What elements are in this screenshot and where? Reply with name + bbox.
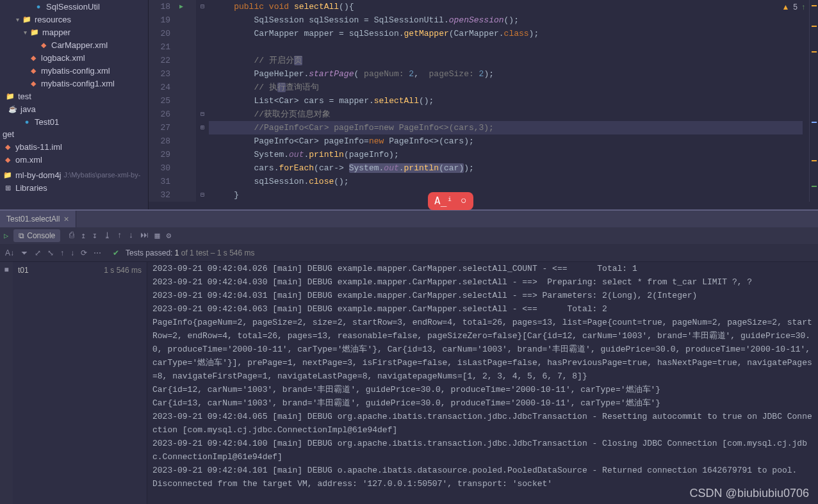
- code-line[interactable]: CarMapper mapper = sqlSession.getMapper(…: [209, 27, 803, 40]
- run-gutter[interactable]: ▶: [179, 0, 196, 202]
- fold-gutter[interactable]: ⊟⊟⊞⊟: [196, 0, 209, 202]
- run-tab[interactable]: Test01.selectAll ×: [0, 211, 76, 227]
- code-line[interactable]: sqlSession.close();: [209, 175, 803, 188]
- settings-icon[interactable]: ⚙: [166, 231, 171, 241]
- console-output[interactable]: 2023-09-21 09:42:04.026 [main] DEBUG exa…: [147, 262, 818, 504]
- rerun-icon[interactable]: ▷: [4, 231, 8, 241]
- line-number-gutter[interactable]: 181920212223242526272829303132: [149, 0, 179, 202]
- up-icon[interactable]: ↥: [81, 231, 86, 241]
- code-line[interactable]: }: [209, 188, 803, 202]
- tree-item[interactable]: ⊞Libraries: [0, 181, 148, 194]
- line-number[interactable]: 28: [152, 134, 170, 148]
- code-line[interactable]: //获取分页信息对象: [209, 108, 803, 121]
- chevron-down-icon[interactable]: ▾: [22, 29, 28, 36]
- down-icon[interactable]: ↧: [92, 231, 97, 241]
- error-stripe[interactable]: [809, 0, 818, 202]
- close-icon[interactable]: ×: [63, 214, 69, 224]
- xml-file-icon: ◆: [28, 78, 38, 88]
- code-content[interactable]: public void selectAll(){ SqlSession sqlS…: [209, 0, 809, 202]
- tree-item[interactable]: ▾📁mapper: [0, 26, 148, 38]
- code-line[interactable]: PageInfo<Car> pageInfo=new PageInfo<>(ca…: [209, 134, 803, 148]
- expand-icon[interactable]: ⤢: [35, 248, 41, 257]
- code-line[interactable]: //PageInfo<Car> pageInfo=new PageInfo<>(…: [209, 121, 803, 134]
- tree-item[interactable]: ◆mybatis-config1.xml: [0, 77, 148, 90]
- tree-item[interactable]: ☕java: [0, 102, 148, 115]
- tree-item[interactable]: ●Test01: [0, 115, 148, 128]
- more-icon[interactable]: ⋯: [94, 248, 101, 257]
- tree-item[interactable]: ◆om.xml: [0, 153, 148, 166]
- project-sidebar[interactable]: ●SqlSessionUtil▾📁resources▾📁mapper◆CarMa…: [0, 0, 149, 209]
- fold-icon[interactable]: ⊞: [196, 121, 209, 134]
- code-line[interactable]: PageHelper.startPage( pageNum: 2, pageSi…: [209, 67, 803, 81]
- xml-file-icon: ◆: [3, 154, 13, 165]
- line-number[interactable]: 19: [152, 13, 170, 27]
- tree-item[interactable]: ▾📁resources: [0, 13, 148, 26]
- line-number[interactable]: 23: [152, 67, 170, 81]
- tree-item-label: om.xml: [15, 155, 42, 165]
- console-line: Disconnected from the target VM, address…: [152, 477, 813, 491]
- line-number[interactable]: 31: [152, 175, 170, 188]
- class-icon: ●: [33, 1, 44, 12]
- console-line: PageInfo{pageNum=2, pageSize=2, size=2, …: [152, 316, 813, 383]
- stop-icon[interactable]: ■: [4, 266, 8, 275]
- tree-item-label: get: [3, 129, 14, 139]
- code-line[interactable]: List<Car> cars = mapper.selectAll();: [209, 94, 803, 108]
- export-icon[interactable]: ⎙: [69, 231, 74, 241]
- fold-icon[interactable]: ⊟: [196, 108, 209, 121]
- tree-item-label: java: [20, 104, 36, 114]
- tree-item[interactable]: get: [0, 128, 148, 140]
- line-number[interactable]: 18: [152, 0, 170, 13]
- prev-icon[interactable]: ↑: [117, 231, 122, 241]
- search-icon[interactable]: ○: [461, 195, 467, 207]
- fold-icon[interactable]: ⊟: [196, 188, 209, 202]
- line-number[interactable]: 25: [152, 94, 170, 108]
- history-icon[interactable]: ⟳: [81, 248, 87, 257]
- line-number[interactable]: 22: [152, 54, 170, 67]
- line-number[interactable]: 27: [152, 121, 170, 134]
- line-number[interactable]: 21: [152, 40, 170, 54]
- line-number[interactable]: 24: [152, 81, 170, 94]
- prev-failed-icon[interactable]: ↑: [60, 248, 64, 257]
- console-tab[interactable]: ⧉ Console: [13, 229, 60, 242]
- collapse-icon[interactable]: ⤡: [47, 248, 54, 257]
- line-number[interactable]: 26: [152, 108, 170, 121]
- sort-icon[interactable]: A↓: [5, 248, 14, 257]
- ocr-icon[interactable]: A̲ⁱ: [434, 195, 453, 207]
- gutter-run-icon[interactable]: ▶: [179, 0, 196, 13]
- test-tree-row[interactable]: t01 1 s 546 ms: [17, 264, 143, 276]
- test-tree[interactable]: t01 1 s 546 ms: [13, 262, 147, 504]
- line-number[interactable]: 20: [152, 27, 170, 40]
- code-editor[interactable]: ▲ 5 ↑ ↓ 181920212223242526272829303132 ▶…: [149, 0, 818, 209]
- next-icon[interactable]: ↓: [129, 231, 134, 241]
- fold-icon[interactable]: ⊟: [196, 0, 209, 13]
- tree-item[interactable]: ●SqlSessionUtil: [0, 0, 148, 13]
- line-number[interactable]: 29: [152, 148, 170, 161]
- test-tree-label: t01: [18, 266, 29, 275]
- code-line[interactable]: [209, 40, 803, 54]
- tree-item-label: Libraries: [15, 183, 47, 193]
- tree-item[interactable]: ◆mybatis-config.xml: [0, 64, 148, 77]
- fast-icon[interactable]: ⏭: [140, 231, 149, 241]
- code-line[interactable]: // 执行查询语句: [209, 81, 803, 94]
- screenshot-tool-overlay[interactable]: A̲ⁱ ○: [428, 192, 473, 210]
- tree-item[interactable]: ◆ybatis-11.iml: [0, 140, 148, 153]
- tree-item[interactable]: 📁test: [0, 90, 148, 102]
- line-number[interactable]: 30: [152, 161, 170, 175]
- tree-item[interactable]: ◆logback.xml: [0, 51, 148, 64]
- layout-icon[interactable]: ▦: [155, 231, 160, 241]
- code-line[interactable]: SqlSession sqlSession = SqlSessionUtil.o…: [209, 13, 803, 27]
- console-line: 2023-09-21 09:42:04.026 [main] DEBUG exa…: [152, 262, 813, 275]
- import-icon[interactable]: ⤓: [104, 231, 111, 241]
- filter-icon[interactable]: ⏷: [20, 248, 28, 257]
- next-failed-icon[interactable]: ↓: [70, 248, 74, 257]
- tree-item[interactable]: ◆CarMapper.xml: [0, 38, 148, 51]
- line-number[interactable]: 32: [152, 188, 170, 202]
- code-line[interactable]: public void selectAll(){: [209, 0, 803, 13]
- test-tree-time: 1 s 546 ms: [104, 266, 142, 275]
- code-line[interactable]: // 开启分页: [209, 54, 803, 67]
- console-icon: ⧉: [19, 231, 24, 240]
- code-line[interactable]: cars.forEach(car-> System.out.println(ca…: [209, 161, 803, 175]
- chevron-down-icon[interactable]: ▾: [14, 16, 20, 23]
- code-line[interactable]: System.out.println(pageInfo);: [209, 148, 803, 161]
- tree-item[interactable]: 📁ml-by-dom4jJ:\Mybatis\parse-xml-by-: [0, 168, 148, 181]
